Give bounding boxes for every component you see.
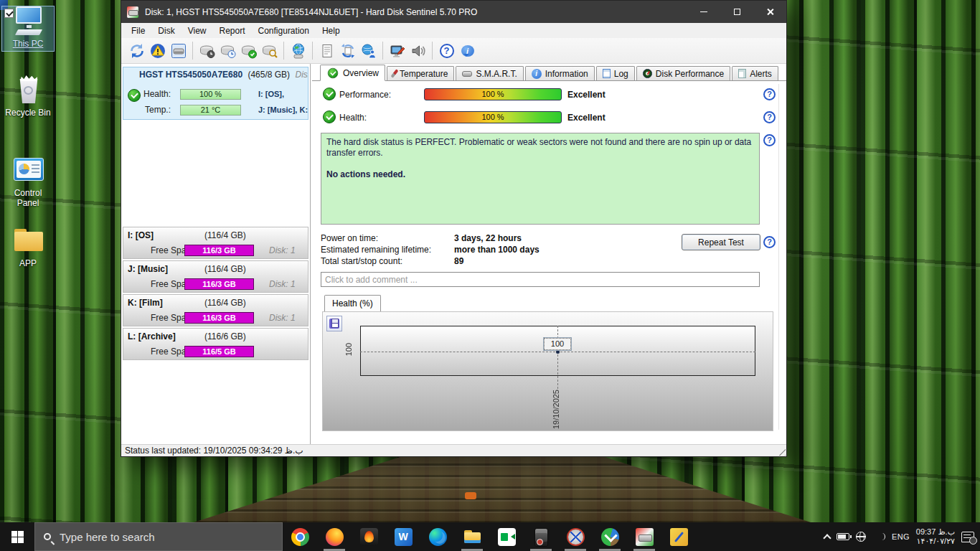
taskbar-installer-wizard[interactable] — [661, 522, 696, 551]
menu-help[interactable]: Help — [316, 24, 347, 38]
data-point[interactable] — [556, 350, 560, 354]
network-icon[interactable] — [856, 532, 866, 542]
disk-name: HGST HTS545050A7E680 — [139, 70, 242, 80]
desktop-icon-app-folder[interactable]: APP — [0, 224, 56, 268]
health-chart-tab[interactable]: Health (%) — [324, 295, 381, 311]
sync-icon[interactable] — [337, 40, 358, 61]
clock-time: 09:37 ب.ظ — [916, 527, 955, 536]
menu-disk[interactable]: Disk — [151, 24, 181, 38]
comment-input[interactable] — [321, 272, 760, 287]
help-icon[interactable]: ? — [763, 134, 776, 146]
network-disk-icon[interactable] — [288, 40, 308, 61]
disk-list-panel: HGST HTS545050A7E680 (465/8 GB) Disk: 1 … — [121, 64, 311, 444]
menu-view[interactable]: View — [182, 24, 213, 38]
partition-row-l[interactable]: L: [Archive] (116/6 GB) Free Space 116/5… — [123, 328, 308, 360]
overview-pane: Overview Temperature S.M.A.R.T. i Inform… — [312, 64, 786, 444]
taskbar-idm[interactable] — [593, 522, 627, 551]
taskbar-word[interactable]: W — [386, 522, 420, 551]
close-icon — [766, 8, 774, 16]
partition-row-k[interactable]: K: [Film] (116/4 GB) Free Space 116/3 GB… — [123, 294, 308, 326]
tab-alerts[interactable]: Alerts — [732, 66, 778, 80]
info-icon: i — [532, 69, 542, 79]
tab-temperature[interactable]: Temperature — [387, 66, 454, 80]
partition-size: (116/6 GB) — [204, 331, 246, 342]
partition-row-i[interactable]: I: [OS] (116/4 GB) Free Space 116/3 GB D… — [123, 227, 308, 259]
tray-expand-icon[interactable] — [823, 534, 831, 542]
taskbar-game-launcher[interactable] — [352, 522, 386, 551]
disk-test-clock-icon[interactable] — [217, 40, 238, 61]
disk-test-dark-clock-icon[interactable] — [197, 40, 217, 61]
action-center-icon[interactable] — [961, 532, 974, 542]
sounds-icon[interactable] — [407, 40, 428, 61]
tab-overview[interactable]: Overview — [320, 65, 385, 81]
help-icon[interactable]: ? — [763, 88, 776, 100]
start-stop-count-value: 89 — [454, 256, 463, 266]
search-input[interactable] — [58, 530, 252, 544]
performance-rating: Excellent — [567, 90, 606, 100]
surface-warning-icon[interactable] — [147, 40, 168, 61]
volume-icon[interactable] — [872, 532, 885, 542]
toolbar-separator — [432, 42, 433, 60]
tab-disk-performance[interactable]: Disk Performance — [636, 66, 730, 80]
pane-edge-line — [778, 84, 779, 430]
y-axis-tick: 100 — [344, 343, 353, 356]
vertical-gridline — [557, 326, 558, 389]
menu-configuration[interactable]: Configuration — [252, 24, 316, 38]
icon-label: Recycle Bin — [0, 108, 56, 118]
taskbar-server-tool[interactable] — [524, 522, 558, 551]
report-icon[interactable] — [316, 40, 337, 61]
disk-title: HGST HTS545050A7E680 (465/8 GB) Disk: 1 — [123, 67, 308, 80]
menu-file[interactable]: File — [125, 24, 151, 38]
hardware-monitor-icon[interactable] — [387, 40, 407, 61]
help-icon[interactable]: ? — [763, 111, 776, 123]
language-indicator[interactable]: ENG — [892, 532, 910, 541]
help-icon[interactable]: ? — [763, 236, 776, 248]
taskbar-search[interactable] — [34, 522, 283, 551]
help-icon[interactable]: ? — [436, 40, 457, 61]
free-space-bar: 116/3 GB — [184, 245, 254, 256]
taskbar-file-explorer[interactable] — [455, 522, 489, 551]
refresh-icon[interactable] — [126, 40, 147, 61]
repeat-test-button[interactable]: Repeat Test — [682, 234, 760, 250]
thermometer-icon — [390, 69, 398, 78]
selection-checkbox[interactable] — [4, 9, 14, 18]
selected-disk-header[interactable]: HGST HTS545050A7E680 (465/8 GB) Disk: 1 … — [123, 67, 308, 120]
status-bar: Status last updated: 19/10/2025 09:34:29… — [121, 444, 786, 456]
desktop-icon-this-pc[interactable]: This PC — [0, 4, 56, 49]
tab-log[interactable]: Log — [596, 66, 635, 80]
save-chart-button[interactable] — [326, 316, 342, 331]
taskbar-edge[interactable] — [420, 522, 455, 551]
window-content: HGST HTS545050A7E680 (465/8 GB) Disk: 1 … — [121, 64, 786, 444]
close-button[interactable] — [753, 1, 786, 23]
menu-report[interactable]: Report — [212, 24, 251, 38]
data-point-label: 100 — [544, 338, 571, 350]
server-icon — [532, 528, 550, 546]
health-chart: 100 100 19/10/2025 — [322, 311, 773, 431]
tab-information[interactable]: i Information — [525, 66, 595, 80]
titlebar[interactable]: Disk: 1, HGST HTS545050A7E680 [TE85144NJ… — [121, 1, 786, 23]
taskbar-partition-tool[interactable] — [558, 522, 593, 551]
battery-icon[interactable] — [837, 533, 849, 540]
taskbar-firefox[interactable] — [317, 522, 352, 551]
taskbar-chrome[interactable] — [283, 522, 317, 551]
taskbar-clock[interactable]: 09:37 ب.ظ ۱۴۰۴/۰۷/۲۷ — [916, 527, 955, 546]
remote-monitoring-icon[interactable] — [358, 40, 379, 61]
disk-number: Disk: 1 — [295, 70, 308, 80]
disk-properties-icon[interactable] — [168, 40, 189, 61]
info-icon[interactable]: i — [457, 40, 478, 61]
minimize-icon — [700, 11, 707, 12]
maximize-button[interactable] — [720, 1, 753, 23]
tab-label: Information — [545, 69, 588, 79]
taskbar-hard-disk-sentinel[interactable] — [627, 522, 661, 551]
start-button[interactable] — [0, 522, 34, 551]
taskbar-meet[interactable] — [489, 522, 524, 551]
desktop-icon-control-panel[interactable]: Control Panel — [0, 154, 56, 208]
desktop-icon-recycle-bin[interactable]: Recycle Bin — [0, 73, 56, 118]
tab-smart[interactable]: S.M.A.R.T. — [456, 66, 523, 80]
edge-icon — [429, 528, 447, 546]
minimize-button[interactable] — [687, 1, 720, 23]
disk-analyse-icon[interactable] — [259, 40, 280, 61]
partition-row-j[interactable]: J: [Music] (116/4 GB) Free Space 116/3 G… — [123, 260, 308, 293]
resize-grip[interactable] — [776, 446, 786, 456]
disk-test-check-icon[interactable] — [238, 40, 259, 61]
